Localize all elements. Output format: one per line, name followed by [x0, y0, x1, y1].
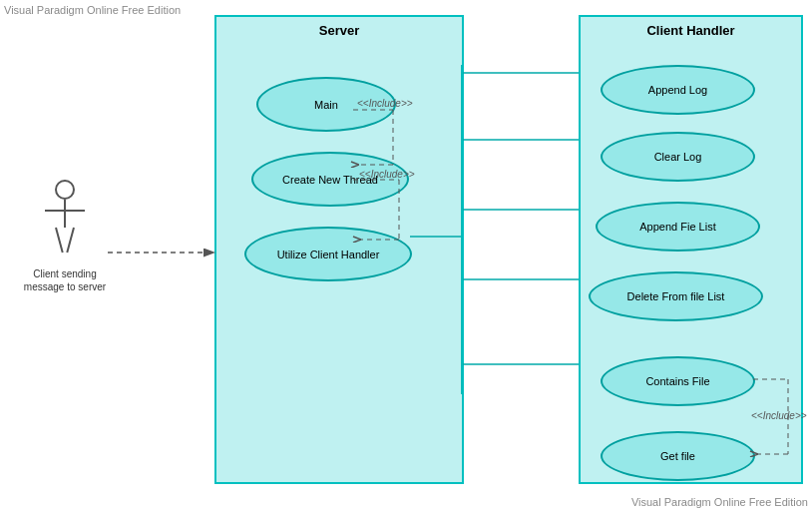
client-handler-box: Client Handler Append Log Clear Log Appe…: [579, 15, 803, 484]
use-case-append-log: Append Log: [601, 65, 755, 115]
use-case-main: Main: [256, 77, 396, 132]
use-case-clear-log: Clear Log: [601, 132, 755, 182]
use-case-get-file: Get file: [601, 431, 755, 481]
use-case-append-file: Append Fie List: [596, 202, 760, 252]
server-box: Server Main Create New Thread Utilize Cl…: [214, 15, 464, 484]
use-case-utilize: Utilize Client Handler: [244, 227, 412, 281]
client-handler-title: Client Handler: [581, 17, 801, 44]
server-title: Server: [216, 17, 462, 44]
actor-head: [55, 180, 75, 200]
actor-body: [45, 200, 85, 259]
actor: Client sending message to server: [20, 180, 110, 293]
watermark-bottom: Visual Paradigm Online Free Edition: [631, 496, 808, 508]
actor-label: Client sending message to server: [20, 267, 110, 293]
use-case-delete-file: Delete From file List: [589, 271, 763, 321]
use-case-create-thread: Create New Thread: [251, 152, 409, 207]
use-case-contains-file: Contains File: [601, 356, 755, 406]
watermark-top: Visual Paradigm Online Free Edition: [4, 4, 181, 16]
